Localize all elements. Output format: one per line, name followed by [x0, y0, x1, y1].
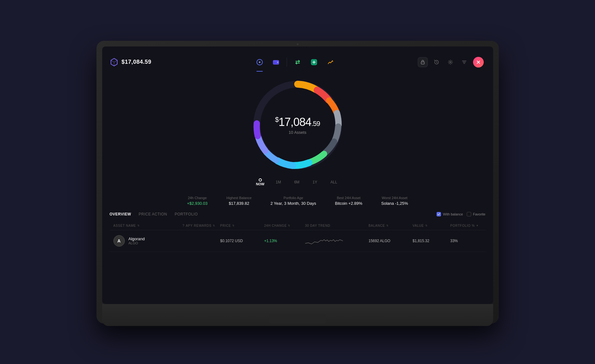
- svg-point-8: [450, 62, 451, 63]
- tab-price-action[interactable]: PRICE ACTION: [139, 211, 167, 218]
- asset-info-algorand: A Algorand ALGO: [113, 235, 183, 247]
- logo-area: $17,084.59: [110, 58, 173, 67]
- stats-row: 24h Change +$2,930.03 Highest Balance $1…: [174, 196, 421, 206]
- settings-button[interactable]: [445, 57, 455, 67]
- stat-best-asset: Best 24H Asset Bitcoin +2.89%: [335, 196, 362, 206]
- app-container: $17,084.59: [102, 46, 493, 304]
- balance-algorand: 15692 ALGO: [369, 239, 413, 243]
- th-change[interactable]: 24H CHANGE ⇅: [264, 224, 305, 227]
- time-1y[interactable]: 1Y: [311, 179, 319, 186]
- nav-add[interactable]: [307, 55, 321, 69]
- th-balance-label: BALANCE: [369, 224, 385, 227]
- nav-wallet[interactable]: [269, 55, 283, 69]
- trend-algorand: [305, 234, 369, 248]
- th-value-label: VALUE: [413, 224, 424, 227]
- th-trend: 30 DAY TREND: [305, 224, 369, 227]
- table-row[interactable]: A Algorand ALGO $0.1072 USD +1.13%: [110, 230, 486, 252]
- stat-portfolio-age-label: Portfolio Age: [270, 196, 316, 200]
- th-change-sort: ⇅: [288, 224, 290, 227]
- tab-overview[interactable]: OVERVIEW: [110, 211, 131, 218]
- stat-worst-asset-label: Worst 24H Asset: [381, 196, 408, 200]
- th-asset-name-sort: ⇅: [137, 224, 140, 227]
- main-content: $17,084.59 10 Assets NOW 1M 6M 1Y: [102, 72, 493, 304]
- time-1m[interactable]: 1M: [274, 179, 283, 186]
- th-asset-name[interactable]: ASSET NAME ⇅: [113, 224, 183, 227]
- price-algorand: $0.1072 USD: [220, 239, 264, 243]
- donut-center: $17,084.59 10 Assets: [275, 115, 320, 134]
- table-filter: With balance Favorite: [437, 212, 485, 216]
- th-portfolio-sort: ▼: [476, 224, 479, 227]
- tab-portfolio[interactable]: PORTFOLIO: [175, 211, 198, 218]
- table-header: ASSET NAME ⇅ ? APY REWARDS ⇅ PRICE ⇅: [110, 221, 486, 230]
- time-selector: NOW 1M 6M 1Y ALL: [256, 178, 339, 186]
- nav-right: [418, 57, 484, 68]
- donut-cents: .59: [311, 119, 320, 127]
- th-price-sort: ⇅: [232, 224, 235, 227]
- asset-icon-algorand: A: [113, 235, 125, 247]
- filter-with-balance[interactable]: With balance: [437, 212, 463, 216]
- donut-chart-container: $17,084.59 10 Assets: [247, 75, 348, 175]
- th-apy-help-icon: ?: [183, 224, 185, 227]
- filter-with-balance-label: With balance: [443, 212, 463, 216]
- th-price[interactable]: PRICE ⇅: [220, 224, 264, 227]
- th-apy-sort: ⇅: [213, 224, 215, 227]
- stat-portfolio-age-value: 2 Year, 3 Month, 30 Days: [270, 201, 316, 206]
- stat-portfolio-age: Portfolio Age 2 Year, 3 Month, 30 Days: [270, 196, 316, 206]
- asset-ticker-algorand: ALGO: [129, 241, 145, 245]
- nav-dashboard[interactable]: [253, 55, 267, 69]
- chart-section: $17,084.59 10 Assets NOW 1M 6M 1Y: [247, 75, 348, 186]
- th-value[interactable]: VALUE ⇅: [413, 224, 450, 227]
- asset-name-algorand: Algorand: [129, 236, 145, 241]
- th-asset-name-label: ASSET NAME: [113, 224, 136, 227]
- nav-swap[interactable]: [291, 55, 305, 69]
- stat-best-asset-label: Best 24H Asset: [335, 196, 362, 200]
- th-change-label: 24H CHANGE: [264, 224, 287, 227]
- time-now-dot: [259, 178, 262, 182]
- top-bar: $17,084.59: [102, 53, 493, 72]
- stat-worst-asset: Worst 24H Asset Solana -1,25%: [381, 196, 408, 206]
- stat-highest-balance: Highest Balance $17,839.82: [226, 196, 251, 206]
- profile-avatar[interactable]: [473, 57, 484, 68]
- change-algorand: +1.13%: [264, 239, 305, 243]
- nav-chart[interactable]: [323, 55, 337, 69]
- stat-worst-asset-value: Solana -1,25%: [381, 201, 408, 206]
- app-logo-icon: [110, 58, 118, 67]
- filter-favorite-checkbox[interactable]: [467, 212, 471, 216]
- table-section: OVERVIEW PRICE ACTION PORTFOLIO With bal…: [102, 211, 493, 252]
- th-trend-label: 30 DAY TREND: [305, 224, 330, 227]
- th-apy[interactable]: ? APY REWARDS ⇅: [183, 224, 220, 227]
- filter-favorite-label: Favorite: [473, 212, 486, 216]
- lock-button[interactable]: [418, 57, 428, 67]
- nav-center: [173, 55, 418, 69]
- filter-with-balance-checkbox[interactable]: [437, 212, 441, 216]
- time-all[interactable]: ALL: [328, 179, 339, 186]
- camera: [297, 43, 299, 45]
- time-now-container: NOW: [256, 178, 264, 186]
- th-balance[interactable]: BALANCE ⇅: [369, 224, 413, 227]
- svg-rect-4: [277, 62, 278, 63]
- time-now-label[interactable]: NOW: [256, 182, 264, 186]
- th-portfolio-label: PORTFOLIO %: [450, 224, 475, 227]
- asset-name-group: Algorand ALGO: [129, 236, 145, 245]
- value-algorand: $1,815.32: [413, 239, 450, 243]
- stat-best-asset-value: Bitcoin +2.89%: [335, 201, 362, 206]
- filter-favorite[interactable]: Favorite: [467, 212, 486, 216]
- donut-assets-count: 10 Assets: [275, 130, 320, 134]
- donut-main: 17,084: [278, 115, 311, 128]
- sparkline-algorand: [305, 234, 343, 247]
- nav-divider: [287, 57, 287, 67]
- laptop-trackpad: [269, 314, 326, 323]
- portfolio-pct-algorand: 33%: [450, 239, 482, 243]
- svg-rect-6: [421, 62, 424, 64]
- th-apy-label: APY REWARDS: [186, 224, 212, 227]
- stat-24h-change: 24h Change +$2,930.03: [187, 196, 207, 206]
- laptop-base: [102, 304, 493, 326]
- stat-24h-change-label: 24h Change: [187, 196, 207, 200]
- time-6m[interactable]: 6M: [292, 179, 301, 186]
- th-portfolio[interactable]: PORTFOLIO % ▼: [450, 224, 482, 227]
- settings2-button[interactable]: [459, 57, 469, 67]
- th-value-sort: ⇅: [425, 224, 428, 227]
- stat-24h-change-value: +$2,930.03: [187, 201, 207, 206]
- laptop-screen: $17,084.59: [102, 46, 493, 304]
- history-button[interactable]: [432, 57, 442, 67]
